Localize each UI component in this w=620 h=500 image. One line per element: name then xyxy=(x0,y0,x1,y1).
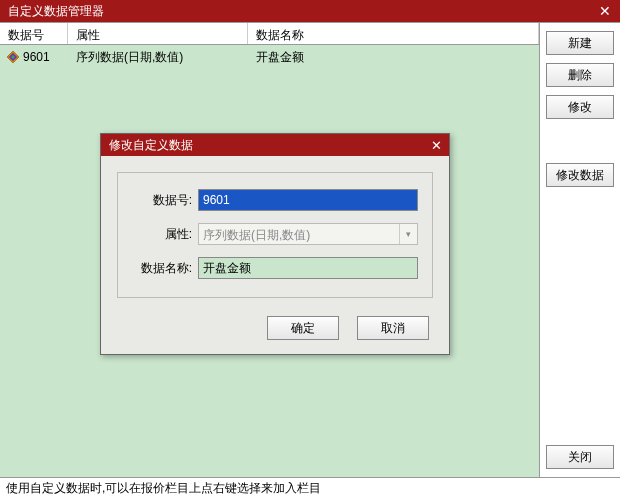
header-name[interactable]: 数据名称 xyxy=(248,23,539,44)
row-name: 开盘金额 xyxy=(248,49,539,66)
label-name: 数据名称: xyxy=(132,260,198,277)
row-id: 9601 xyxy=(23,50,50,64)
statusbar: 使用自定义数据时,可以在报价栏目上点右键选择来加入栏目 xyxy=(0,477,620,499)
chevron-down-icon: ▾ xyxy=(399,224,417,244)
input-id[interactable] xyxy=(198,189,418,211)
input-name[interactable] xyxy=(198,257,418,279)
main-titlebar: 自定义数据管理器 ✕ xyxy=(0,0,620,22)
dialog-body: 数据号: 属性: 序列数据(日期,数值) ▾ 数据名称: xyxy=(101,156,449,308)
label-id: 数据号: xyxy=(132,192,198,209)
table-header: 数据号 属性 数据名称 xyxy=(0,23,539,45)
close-icon: ✕ xyxy=(431,138,442,153)
modify-button[interactable]: 修改 xyxy=(546,95,614,119)
new-button[interactable]: 新建 xyxy=(546,31,614,55)
row-attr: 序列数据(日期,数值) xyxy=(68,49,248,66)
edit-dialog: 修改自定义数据 ✕ 数据号: 属性: 序列数据(日期,数值) ▾ 数据名称: xyxy=(100,133,450,355)
dialog-close-button[interactable]: ✕ xyxy=(423,134,449,156)
form-row-name: 数据名称: xyxy=(132,257,418,279)
form-row-id: 数据号: xyxy=(132,189,418,211)
table-row[interactable]: 9601 序列数据(日期,数值) 开盘金额 xyxy=(0,45,539,69)
label-attr: 属性: xyxy=(132,226,198,243)
dialog-button-row: 确定 取消 xyxy=(101,308,449,354)
form-row-attr: 属性: 序列数据(日期,数值) ▾ xyxy=(132,223,418,245)
close-button[interactable]: 关闭 xyxy=(546,445,614,469)
spacer xyxy=(546,127,614,155)
main-close-button[interactable]: ✕ xyxy=(590,0,620,22)
attr-combo[interactable]: 序列数据(日期,数值) ▾ xyxy=(198,223,418,245)
spacer xyxy=(546,195,614,437)
header-attr[interactable]: 属性 xyxy=(68,23,248,44)
header-id[interactable]: 数据号 xyxy=(0,23,68,44)
right-panel: 新建 删除 修改 修改数据 关闭 xyxy=(540,23,620,477)
modify-data-button[interactable]: 修改数据 xyxy=(546,163,614,187)
form-group: 数据号: 属性: 序列数据(日期,数值) ▾ 数据名称: xyxy=(117,172,433,298)
status-text: 使用自定义数据时,可以在报价栏目上点右键选择来加入栏目 xyxy=(6,480,321,497)
main-title: 自定义数据管理器 xyxy=(8,3,104,20)
data-series-icon xyxy=(6,50,20,64)
combo-text: 序列数据(日期,数值) xyxy=(199,224,399,244)
delete-button[interactable]: 删除 xyxy=(546,63,614,87)
cancel-button[interactable]: 取消 xyxy=(357,316,429,340)
ok-button[interactable]: 确定 xyxy=(267,316,339,340)
dialog-title: 修改自定义数据 xyxy=(109,137,193,154)
dialog-titlebar: 修改自定义数据 ✕ xyxy=(101,134,449,156)
close-icon: ✕ xyxy=(599,3,611,19)
